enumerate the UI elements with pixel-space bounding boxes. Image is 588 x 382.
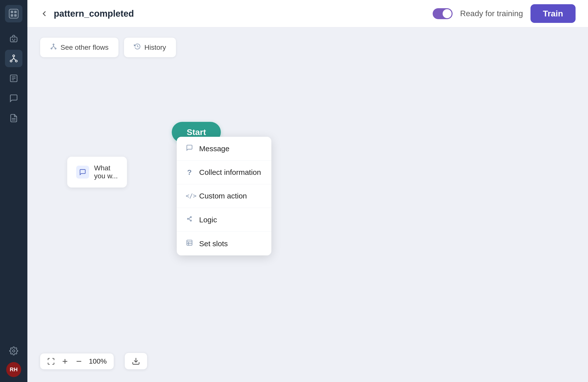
sidebar-item-documents[interactable] [5, 109, 22, 127]
svg-point-18 [187, 218, 189, 220]
set-slots-icon [186, 239, 193, 248]
zoom-out-button[interactable] [75, 357, 83, 365]
sidebar-item-conversations[interactable] [5, 90, 22, 107]
avatar[interactable]: RH [6, 362, 21, 377]
header-right: Ready for training Train [433, 4, 576, 23]
svg-point-10 [15, 60, 17, 62]
custom-action-label: Custom action [199, 192, 247, 200]
toolbar-row: See other flows History [40, 37, 176, 57]
ready-toggle[interactable] [433, 8, 453, 19]
download-button[interactable] [124, 353, 147, 370]
collect-information-label: Collect information [199, 168, 261, 177]
sidebar-bottom: RH [5, 342, 22, 377]
svg-point-20 [190, 220, 192, 221]
page-title: pattern_completed [54, 8, 428, 19]
sidebar-item-settings[interactable] [5, 342, 22, 360]
svg-point-7 [14, 39, 15, 40]
message-icon [186, 144, 193, 153]
fit-view-button[interactable] [47, 357, 55, 365]
dropdown-item-message[interactable]: Message [177, 137, 271, 161]
header: pattern_completed Ready for training Tra… [27, 0, 588, 27]
svg-point-9 [10, 60, 12, 62]
dropdown-item-custom-action[interactable]: </> Custom action [177, 184, 271, 208]
svg-rect-3 [11, 14, 13, 17]
dropdown-menu: Message ? Collect information </> Custom… [177, 137, 271, 255]
logic-label: Logic [199, 216, 217, 224]
zoom-percent: 100% [89, 357, 107, 365]
sidebar-logo [5, 5, 22, 22]
ready-label: Ready for training [460, 9, 523, 18]
history-label: History [144, 44, 166, 51]
history-icon [134, 43, 141, 52]
back-button[interactable] [40, 9, 49, 18]
collect-information-icon: ? [186, 168, 193, 177]
svg-rect-0 [9, 9, 18, 18]
logic-icon [186, 215, 193, 224]
see-other-flows-label: See other flows [60, 44, 109, 51]
zoom-controls: 100% [40, 353, 114, 370]
svg-point-16 [51, 48, 52, 49]
see-other-flows-button[interactable]: See other flows [40, 37, 119, 57]
history-button[interactable]: History [124, 37, 176, 57]
main-area: pattern_completed Ready for training Tra… [27, 0, 588, 382]
train-button[interactable]: Train [530, 4, 576, 23]
dropdown-item-set-slots[interactable]: Set slots [177, 232, 271, 255]
flows-icon [50, 43, 57, 52]
sidebar-item-bot[interactable] [5, 30, 22, 47]
sidebar-item-flows[interactable] [5, 50, 22, 67]
set-slots-label: Set slots [199, 239, 228, 248]
svg-rect-21 [187, 240, 192, 245]
svg-point-8 [13, 55, 15, 57]
sidebar-item-content[interactable] [5, 70, 22, 87]
svg-point-14 [13, 350, 15, 352]
canvas-area: See other flows History Wha [27, 27, 588, 382]
dropdown-item-logic[interactable]: Logic [177, 208, 271, 232]
zoom-in-button[interactable] [61, 357, 69, 365]
svg-point-6 [12, 39, 13, 40]
message-label: Message [199, 144, 230, 153]
custom-action-icon: </> [186, 192, 193, 199]
svg-rect-4 [14, 14, 17, 17]
svg-point-17 [55, 48, 56, 49]
svg-rect-2 [14, 11, 17, 13]
svg-rect-1 [11, 11, 13, 13]
svg-point-15 [53, 44, 54, 45]
dropdown-item-collect-information[interactable]: ? Collect information [177, 161, 271, 184]
what-card-icon [76, 166, 89, 179]
sidebar: RH [0, 0, 27, 382]
svg-point-19 [190, 217, 192, 218]
what-card[interactable]: What you w... [67, 157, 127, 188]
what-card-text: What you w... [94, 164, 118, 180]
svg-rect-5 [10, 37, 17, 42]
